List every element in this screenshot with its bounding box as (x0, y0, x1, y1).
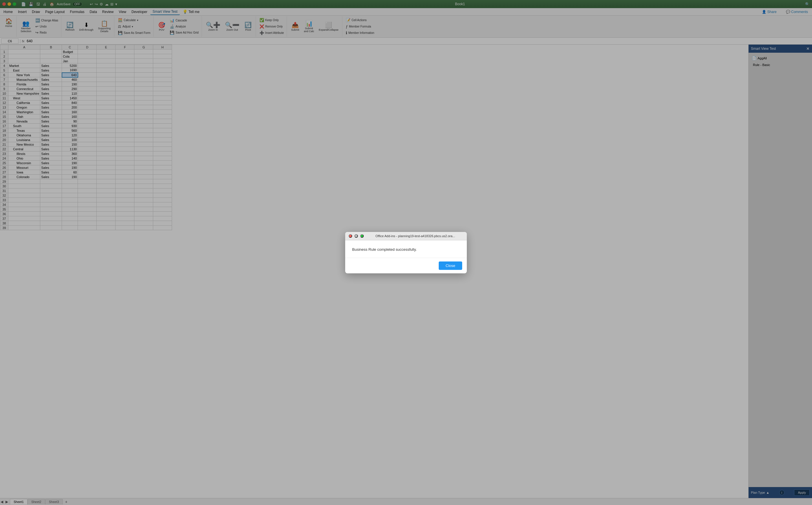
modal-overlay[interactable]: Office Add-ins - planning19-test-a418326… (0, 0, 812, 505)
modal-title: Office Add-ins - planning19-test-a418326… (367, 234, 463, 238)
modal-close-button[interactable]: Close (439, 262, 462, 270)
modal-minimize-button[interactable] (354, 234, 358, 238)
modal-body: Business Rule completed successfully. (345, 240, 467, 258)
modal-maximize-button[interactable] (360, 234, 364, 238)
modal-close-window-button[interactable] (349, 234, 352, 238)
modal-title-bar: Office Add-ins - planning19-test-a418326… (345, 232, 467, 240)
modal-dialog: Office Add-ins - planning19-test-a418326… (345, 232, 467, 273)
modal-footer: Close (345, 258, 467, 273)
modal-message: Business Rule completed successfully. (352, 247, 417, 251)
